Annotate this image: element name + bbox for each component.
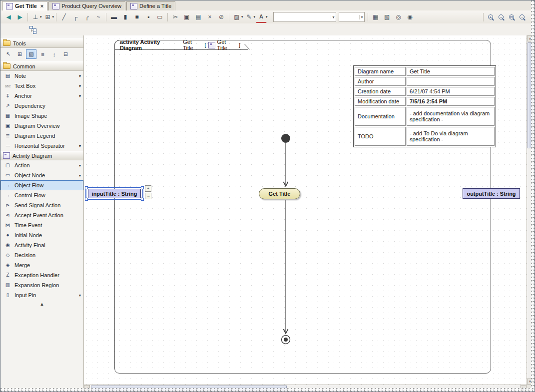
palette-item-action[interactable]: ▢ Action ▾ [0,160,83,170]
back-icon[interactable]: ◀ [3,11,14,22]
distribute-tool-icon[interactable]: ↕ [49,49,59,59]
selection-handle[interactable] [141,198,144,201]
tab-product-query-overview[interactable]: Product Query Overview [48,1,125,10]
select-in-tree-icon[interactable]: ◎ [393,11,404,22]
selection-handle[interactable] [141,186,144,189]
scroll-right-icon[interactable]: ▶ [521,385,527,391]
palette-item-control-flow[interactable]: → Control Flow [0,190,83,200]
diagram-info-table[interactable]: Diagram name Get Title Author Creation d… [353,65,496,147]
palette-collapse-icon[interactable]: ▲ [0,300,83,308]
palette-section-common[interactable]: Common [0,61,83,71]
add-related-icon[interactable]: ⊞ [42,11,53,22]
layout-dropdown-icon[interactable]: ▾ [40,15,42,19]
palette-item-activity-final[interactable]: ◉ Activity Final [0,240,83,250]
palette-item-object-flow[interactable]: → Object Flow [0,180,83,190]
related-elements-icon[interactable]: ◉ [405,11,416,22]
draw-flow-icon[interactable]: → [145,193,151,199]
scroll-down-icon[interactable]: ▼ [527,379,533,385]
dropdown-icon[interactable]: ▾ [79,94,81,98]
dropdown-icon[interactable]: ▾ [79,84,81,88]
style-combobox[interactable]: ▾ [273,12,336,22]
grid-toggle-icon[interactable]: ▧ [382,11,393,22]
output-pin-node[interactable]: outputTitle : String [463,188,520,199]
font-color-icon[interactable]: A [256,11,267,23]
palette-item-time-event[interactable]: ⋈ Time Event [0,220,83,230]
rectilinear-path-icon[interactable]: ┌ [70,11,81,22]
combobox-arrow-icon[interactable]: ▾ [359,15,363,19]
palette-item-send-signal-action[interactable]: ⊳ Send Signal Action [0,200,83,210]
dropdown-icon[interactable]: ▾ [79,144,81,148]
dropdown-icon[interactable]: ▾ [79,173,81,178]
zoom-combobox[interactable]: ▾ [339,12,365,22]
horizontal-scrollbar[interactable]: ◀ ▶ [84,385,527,391]
fill-color-dropdown-icon[interactable]: ▾ [241,15,243,19]
dropdown-icon[interactable]: ▾ [79,74,81,78]
zoom-selection-icon[interactable]: ▫ [517,12,527,22]
palette-item-horizontal-separator[interactable]: ---- Horizontal Separator ▾ [0,141,83,151]
tab-define-a-title[interactable]: Define a Title [126,1,175,10]
combobox-arrow-icon[interactable]: ▾ [331,15,335,19]
diagram-canvas[interactable]: activity Activity Diagram Get Title [ Ge… [84,35,527,385]
same-width-icon[interactable]: ▬ [108,11,119,22]
palette-item-object-node[interactable]: ▭ Object Node ▾ [0,170,83,180]
zoom-fit-icon[interactable]: ▭ [507,12,517,22]
delete-from-model-icon[interactable]: ⊘ [216,11,227,22]
cut-icon[interactable]: ✂ [170,11,181,22]
forward-icon[interactable]: ▶ [14,11,25,22]
palette-item-diagram-legend[interactable]: ≣ Diagram Legend [0,131,83,141]
palette-item-dependency[interactable]: ↗ Dependency [0,101,83,111]
palette-item-merge[interactable]: ◈ Merge [0,260,83,270]
palette-item-input-pin[interactable]: ▯ Input Pin ▾ [0,290,83,300]
containment-tree-icon[interactable] [29,25,37,33]
autosize-icon[interactable]: ▭ [154,11,165,22]
palette-item-image-shape[interactable]: ▦ Image Shape [0,111,83,121]
font-color-dropdown-icon[interactable]: ▾ [266,15,268,19]
vertical-scrollbar-thumb[interactable] [528,42,533,148]
line-color-icon[interactable]: ✎ [244,11,255,22]
tab-get-title[interactable]: Get Title × [2,1,47,10]
scroll-up-icon[interactable]: ▲ [527,35,533,41]
marquee-tool-icon[interactable]: ⊞ [14,49,25,59]
dropdown-icon[interactable]: ▾ [79,163,81,168]
add-related-dropdown-icon[interactable]: ▾ [52,15,54,19]
resize-tool-icon[interactable]: ⊟ [60,49,71,59]
selection-handle[interactable] [85,198,88,201]
copy-icon[interactable]: ▣ [181,11,192,22]
palette-section-tools[interactable]: Tools [0,38,83,48]
palette-item-initial-node[interactable]: ● Initial Node [0,230,83,240]
fill-color-icon[interactable]: ▨ [231,11,242,22]
paste-icon[interactable]: ▤ [193,11,204,22]
palette-item-expansion-region[interactable]: ▥ Expansion Region [0,280,83,290]
zoom-in-icon[interactable]: + [486,12,496,22]
center-shapes-icon[interactable]: ▪ [143,11,154,22]
vertical-scrollbar[interactable]: ▲ ▼ [527,35,533,385]
palette-item-text-box[interactable]: abc Text Box ▾ [0,81,83,91]
input-pin-node[interactable]: inputTitle : String [88,189,141,198]
select-tool-icon[interactable]: ↖ [3,49,13,59]
palette-item-note[interactable]: ▤ Note ▾ [0,71,83,81]
palette-section-activity-diagram[interactable]: Activity Diagram [0,151,83,160]
line-color-dropdown-icon[interactable]: ▾ [254,15,256,19]
palette-item-exception-handler[interactable]: Z Exception Handler [0,270,83,280]
horizontal-scrollbar-thumb[interactable] [91,386,287,391]
palette-item-decision[interactable]: ◇ Decision [0,250,83,260]
action-node-get-title[interactable]: Get Title [259,188,300,199]
zoom-out-icon[interactable]: − [496,12,506,22]
close-tab-icon[interactable]: × [40,3,43,9]
input-pin-selection[interactable]: inputTitle : String [85,187,143,200]
make-same-size-icon[interactable]: ■ [131,11,142,22]
add-pin-icon[interactable]: + [145,185,151,192]
dropdown-icon[interactable]: ▾ [79,293,81,298]
same-height-icon[interactable]: ▮ [120,11,131,22]
delete-icon[interactable]: × [204,11,215,22]
scroll-left-icon[interactable]: ◀ [84,385,90,391]
layout-icon[interactable]: ⊥ [30,11,41,22]
align-tool-icon[interactable]: ≡ [37,49,48,59]
selection-handle[interactable] [85,186,88,189]
rounded-path-icon[interactable]: ╭ [81,11,92,22]
palette-item-diagram-overview[interactable]: ▣ Diagram Overview [0,121,83,131]
spline-path-icon[interactable]: ~ [93,11,104,22]
image-export-icon[interactable]: ▦ [370,11,381,22]
sticky-tool-icon[interactable]: ▧ [26,49,36,59]
oblique-path-icon[interactable]: ╱ [58,11,69,22]
